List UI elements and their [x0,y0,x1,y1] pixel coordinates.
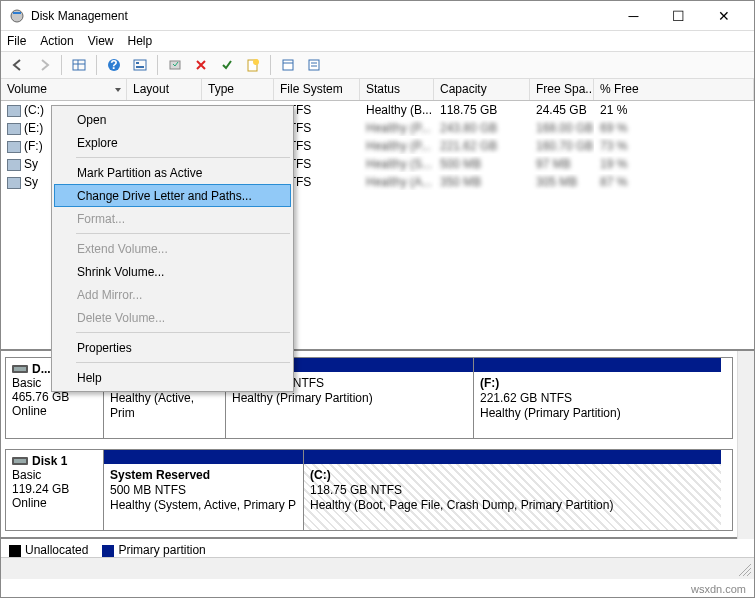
statusbar [1,557,754,579]
svg-rect-21 [14,459,26,463]
menu-item: Delete Volume... [54,306,291,329]
svg-rect-8 [136,62,139,64]
legend-unallocated: Unallocated [25,543,88,557]
svg-text:?: ? [110,58,117,72]
toolbar-settings-icon[interactable] [129,54,151,76]
refresh-icon[interactable] [164,54,186,76]
resize-grip[interactable] [738,563,752,577]
menu-item[interactable]: Properties [54,336,291,359]
svg-rect-10 [170,61,180,69]
menu-item[interactable]: Change Drive Letter and Paths... [54,184,291,207]
col-layout[interactable]: Layout [127,79,202,100]
col-type[interactable]: Type [202,79,274,100]
maximize-button[interactable]: ☐ [656,1,701,30]
menu-item[interactable]: Open [54,108,291,131]
check-icon[interactable] [216,54,238,76]
svg-rect-1 [13,12,21,14]
partition[interactable]: System Reserved500 MB NTFSHealthy (Syste… [104,450,304,530]
menu-item[interactable]: Help [54,366,291,389]
col-volume[interactable]: Volume [1,79,127,100]
col-pctfree[interactable]: % Free [594,79,754,100]
volume-list-header: Volume Layout Type File System Status Ca… [1,79,754,101]
col-filesystem[interactable]: File System [274,79,360,100]
toolbar: ? [1,51,754,79]
svg-rect-9 [136,66,144,68]
context-menu: OpenExploreMark Partition as ActiveChang… [51,105,294,392]
window-title: Disk Management [31,9,611,23]
menu-help[interactable]: Help [128,34,153,48]
col-status[interactable]: Status [360,79,434,100]
forward-button[interactable] [33,54,55,76]
titlebar: Disk Management ─ ☐ ✕ [1,1,754,31]
menu-item: Extend Volume... [54,237,291,260]
toolbar-view-icon[interactable] [68,54,90,76]
menu-action[interactable]: Action [40,34,73,48]
delete-icon[interactable] [190,54,212,76]
list-icon[interactable] [303,54,325,76]
minimize-button[interactable]: ─ [611,1,656,30]
watermark: wsxdn.com [691,583,746,595]
col-capacity[interactable]: Capacity [434,79,530,100]
close-button[interactable]: ✕ [701,1,746,30]
col-free[interactable]: Free Spa... [530,79,594,100]
partition[interactable]: (C:)118.75 GB NTFSHealthy (Boot, Page Fi… [304,450,721,530]
menu-view[interactable]: View [88,34,114,48]
svg-rect-7 [134,60,146,70]
menu-item[interactable]: Mark Partition as Active [54,161,291,184]
svg-point-12 [253,59,259,65]
svg-rect-13 [283,60,293,70]
menu-item[interactable]: Explore [54,131,291,154]
partition[interactable]: (F:)221.62 GB NTFSHealthy (Primary Parti… [474,358,721,438]
back-button[interactable] [7,54,29,76]
help-icon[interactable]: ? [103,54,125,76]
legend-primary: Primary partition [118,543,205,557]
properties-icon[interactable] [277,54,299,76]
menu-item: Format... [54,207,291,230]
svg-rect-15 [309,60,319,70]
svg-point-0 [11,10,23,22]
svg-rect-2 [73,60,85,70]
app-icon [9,8,25,24]
svg-rect-19 [14,367,26,371]
menu-file[interactable]: File [7,34,26,48]
vertical-scrollbar[interactable] [737,351,754,539]
disk-header[interactable]: Disk 1Basic119.24 GBOnline [6,450,104,530]
menubar: File Action View Help [1,31,754,51]
menu-item: Add Mirror... [54,283,291,306]
menu-item[interactable]: Shrink Volume... [54,260,291,283]
new-icon[interactable] [242,54,264,76]
disk-row: Disk 1Basic119.24 GBOnlineSystem Reserve… [5,449,733,531]
